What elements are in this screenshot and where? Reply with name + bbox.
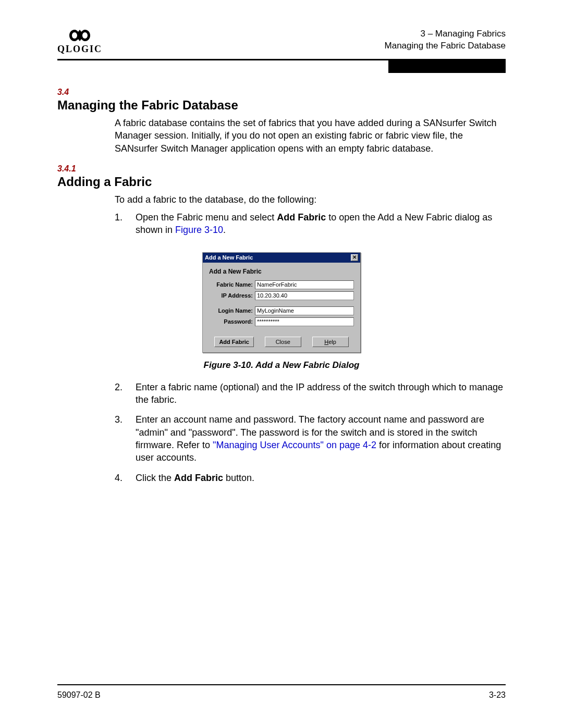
brand-text: QLOGIC [57, 44, 102, 55]
password-label: Password: [209, 318, 255, 325]
dialog-titlebar: Add a New Fabric ✕ [203, 253, 360, 263]
section-number-3-4: 3.4 [57, 88, 506, 97]
password-input[interactable] [255, 317, 354, 326]
step-2: 2. Enter a fabric name (optional) and th… [115, 381, 506, 406]
section-3-4-paragraph: A fabric database contains the set of fa… [115, 117, 506, 155]
header-context: 3 – Managing Fabrics Managing the Fabric… [385, 28, 506, 52]
login-name-input[interactable] [255, 306, 354, 315]
add-fabric-dialog: Add a New Fabric ✕ Add a New Fabric Fabr… [202, 252, 361, 353]
page-footer: 59097-02 B 3-23 [57, 684, 506, 700]
header-line-2: Managing the Fabric Database [385, 40, 506, 52]
header-line-1: 3 – Managing Fabrics [385, 28, 506, 40]
ip-address-input[interactable] [255, 291, 354, 300]
login-name-label: Login Name: [209, 307, 255, 314]
fabric-name-input[interactable] [255, 280, 354, 289]
step-3: 3. Enter an account name and password. T… [115, 413, 506, 464]
figure-caption: Figure 3-10. Add a New Fabric Dialog [57, 360, 506, 371]
step-1: 1. Open the Fabric menu and select Add F… [115, 211, 506, 237]
figure-3-10-link[interactable]: Figure 3-10 [175, 225, 223, 235]
section-title-3-4: Managing the Fabric Database [57, 98, 506, 113]
add-fabric-button[interactable]: Add Fabric [214, 337, 253, 347]
fabric-name-label: Fabric Name: [209, 281, 255, 288]
step-4: 4. Click the Add Fabric button. [115, 472, 506, 484]
doc-id: 59097-02 B [57, 690, 101, 700]
page-number: 3-23 [489, 690, 506, 700]
managing-user-accounts-link[interactable]: "Managing User Accounts" on page 4-2 [213, 440, 376, 450]
dialog-heading: Add a New Fabric [209, 268, 354, 275]
close-button[interactable]: Close [265, 337, 301, 347]
qlogic-glyph-icon [67, 28, 92, 43]
ip-address-label: IP Address: [209, 292, 255, 299]
section-number-3-4-1: 3.4.1 [57, 164, 506, 174]
brand-logo: QLOGIC [57, 28, 102, 55]
section-3-4-1-intro: To add a fabric to the database, do the … [115, 193, 506, 206]
page-header: QLOGIC 3 – Managing Fabrics Managing the… [57, 28, 506, 55]
header-black-bar [388, 60, 506, 73]
help-button[interactable]: Help [312, 337, 349, 347]
close-icon[interactable]: ✕ [351, 254, 358, 261]
footer-rule [57, 684, 506, 685]
dialog-title: Add a New Fabric [205, 254, 253, 261]
section-title-3-4-1: Adding a Fabric [57, 175, 506, 189]
